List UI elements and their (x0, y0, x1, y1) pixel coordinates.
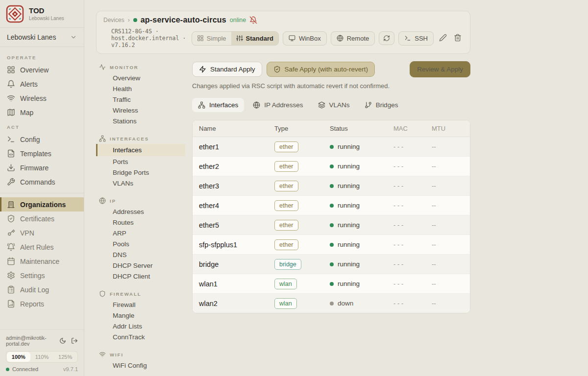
notifications-off-icon[interactable] (249, 16, 257, 24)
subnav-item[interactable]: Addresses (96, 206, 185, 217)
subnav-item[interactable]: Firewall (96, 299, 185, 310)
sidebar-item[interactable]: Reports (0, 297, 84, 311)
device-header-card: Devices › ap-service-auto-circus online … (96, 11, 470, 54)
refresh-button[interactable] (379, 31, 394, 45)
subnav-item[interactable]: Interfaces (96, 144, 185, 156)
table-row[interactable]: wlan2 wlan down - - - -- (193, 294, 470, 313)
sidebar-item[interactable]: Config (0, 132, 84, 146)
sidebar-item[interactable]: Map (0, 105, 84, 119)
subnav-item[interactable]: Routes (96, 217, 185, 228)
status-dot (330, 223, 334, 227)
table-row[interactable]: bridge bridge running - - - -- (193, 255, 470, 274)
sidebar-item[interactable]: Certificates (0, 212, 84, 226)
subnav-item[interactable]: Overview (96, 72, 185, 83)
subnav-item[interactable]: Addr Lists (96, 321, 185, 331)
nav-section-label: ACT (0, 119, 84, 132)
delete-device-button[interactable] (452, 32, 463, 45)
view-mode-option[interactable]: Standard (231, 32, 278, 45)
nav-section-admin: Organizations Certificates VPN Alert Rul… (0, 197, 84, 311)
sidebar-item[interactable]: Firmware (0, 161, 84, 175)
table-row[interactable]: ether5 ether running - - - -- (193, 215, 470, 235)
standard-apply-button[interactable]: Standard Apply (192, 62, 262, 77)
view-mode-option[interactable]: Simple (192, 32, 231, 45)
tab[interactable]: IP Addresses (247, 98, 309, 112)
sidebar-item-label: Certificates (20, 215, 54, 223)
subnav-item[interactable]: WiFi Config (96, 360, 185, 371)
tab-label: Bridges (376, 101, 398, 109)
subnav-item[interactable]: Health (96, 83, 185, 94)
tab[interactable]: VLANs (312, 98, 356, 112)
clipboard-icon (7, 285, 15, 294)
pencil-icon (439, 34, 447, 42)
sidebar-item[interactable]: Organizations (0, 197, 84, 212)
remote-button[interactable]: Remote (331, 31, 375, 46)
sidebar-item[interactable]: Overview (0, 63, 84, 77)
terminal-icon (404, 35, 411, 42)
connection-status-label: Connected (12, 366, 38, 372)
sidebar-footer: admin@mikrotik-portal.dev 100% 110% 125% (0, 329, 84, 376)
table-row[interactable]: wlan1 wlan running - - - -- (193, 274, 470, 294)
shield-icon (99, 290, 106, 297)
subnav-items-interfaces: InterfacesPortsBridge PortsVLANs (96, 144, 185, 188)
sidebar-item[interactable]: Maintenance (0, 254, 84, 268)
subnav-item-label: WiFi Config (113, 362, 147, 369)
zoom-option[interactable]: 100% (7, 352, 30, 362)
sidebar-item[interactable]: Wireless (0, 91, 84, 105)
table-row[interactable]: ether2 ether running - - - -- (193, 157, 470, 176)
user-email: admin@mikrotik-portal.dev (6, 335, 59, 347)
subnav-item[interactable]: VLANs (96, 178, 185, 188)
interface-name: wlan1 (193, 280, 274, 288)
subnav-item[interactable]: Mangle (96, 310, 185, 321)
table-row[interactable]: ether1 ether running - - - -- (193, 137, 470, 157)
subnav-item[interactable]: DNS (96, 249, 185, 260)
sidebar-item[interactable]: Alert Rules (0, 240, 84, 254)
org-selector[interactable]: Lebowski Lanes (0, 27, 84, 47)
interface-type-badge: wlan (274, 279, 297, 289)
status-dot (330, 204, 334, 208)
subnav-item[interactable]: Stations (96, 116, 185, 126)
sidebar-item[interactable]: Templates (0, 146, 84, 161)
theme-moon-icon[interactable] (59, 337, 66, 344)
subnav-item[interactable]: Bridge Ports (96, 167, 185, 178)
app-logo-icon (6, 5, 24, 23)
subnav-item-label: Interfaces (113, 146, 142, 154)
zoom-option[interactable]: 125% (53, 352, 77, 362)
logout-icon[interactable] (71, 337, 78, 344)
subnav-item[interactable]: ARP (96, 228, 185, 238)
subnav-item[interactable]: Ports (96, 156, 185, 167)
table-row[interactable]: ether3 ether running - - - -- (193, 176, 470, 196)
interface-type-badge: bridge (274, 259, 301, 270)
subnav-item[interactable]: ConnTrack (96, 331, 185, 342)
zoom-option[interactable]: 110% (30, 352, 54, 362)
sidebar-item[interactable]: Settings (0, 268, 84, 282)
table-row[interactable]: ether4 ether running - - - -- (193, 196, 470, 215)
ssh-button[interactable]: SSH (398, 31, 434, 46)
review-apply-button[interactable]: Review & Apply (410, 61, 470, 77)
subnav-item[interactable]: DHCP Server (96, 260, 185, 271)
subnav-item[interactable]: Wireless (96, 105, 185, 116)
sidebar-item[interactable]: Alerts (0, 77, 84, 91)
edit-device-button[interactable] (438, 32, 448, 45)
breadcrumb-separator: › (128, 17, 130, 24)
tab[interactable]: Bridges (359, 98, 404, 112)
view-mode-label: Simple (207, 35, 226, 42)
sidebar-item-label: Config (20, 136, 40, 143)
sidebar-item[interactable]: VPN (0, 226, 84, 240)
winbox-button[interactable]: WinBox (283, 31, 327, 46)
breadcrumb[interactable]: Devices (103, 17, 124, 24)
interface-name: sfp-sfpplus1 (193, 241, 274, 249)
interface-type-badge: ether (274, 200, 298, 211)
sidebar-item[interactable]: Audit Log (0, 282, 84, 297)
globe-icon (253, 101, 260, 109)
standard-apply-label: Standard Apply (210, 66, 255, 73)
interfaces-table: Name Type Status MAC MTU ether1 ether ru… (192, 120, 470, 313)
subnav-item-label: Ports (113, 158, 128, 165)
subnav-item[interactable]: Traffic (96, 94, 185, 105)
subnav-item[interactable]: DHCP Client (96, 271, 185, 282)
tab[interactable]: Interfaces (192, 98, 244, 112)
safe-apply-button[interactable]: Safe Apply (with auto-revert) (267, 62, 375, 77)
table-row[interactable]: sfp-sfpplus1 ether running - - - -- (193, 235, 470, 255)
zoom-option-label: 100% (12, 354, 25, 360)
subnav-item[interactable]: Pools (96, 238, 185, 249)
sidebar-item[interactable]: Commands (0, 175, 84, 189)
